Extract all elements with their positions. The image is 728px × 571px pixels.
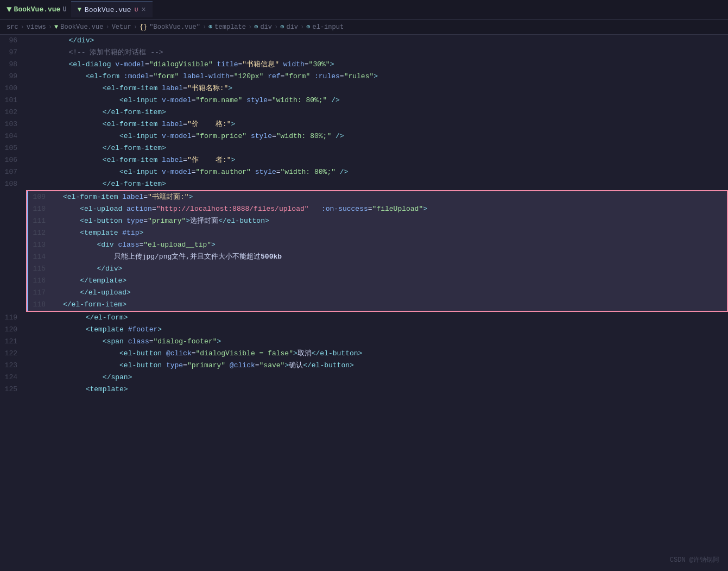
tag-icon-template: ⊕ [208, 23, 212, 31]
table-row: 123 <el-button type="primary" @click="sa… [0, 360, 728, 372]
breadcrumb-vetur[interactable]: Vetur [112, 23, 131, 31]
table-row: 102 </el-form-item> [0, 106, 728, 118]
table-row: 111 <el-button type="primary">选择封面</el-b… [27, 215, 727, 227]
table-row: 119 </el-form> [0, 312, 728, 324]
table-row: 122 <el-button @click="dialogVisible = f… [0, 348, 728, 360]
table-row: 117 </el-upload> [27, 287, 727, 299]
tab-close[interactable]: × [141, 5, 145, 14]
table-row: 124 </span> [0, 372, 728, 384]
vue-file-icon: ▼ [78, 6, 81, 14]
table-row: 109 <el-form-item label="书籍封面:"> [27, 191, 727, 203]
table-row: 101 <el-input v-model="form.name" style=… [0, 95, 728, 106]
code-area[interactable]: 96 </div> 97 <!-- 添加书籍的对话框 --> 98 <el-di… [0, 35, 728, 571]
table-row: 125 <template> [0, 384, 728, 396]
table-row: 113 <div class="el-upload__tip"> [27, 239, 727, 251]
breadcrumb-div1[interactable]: div [260, 23, 272, 31]
table-row: 103 <el-form-item label="价 格:"> [0, 118, 728, 130]
table-row: 112 <template #tip> [27, 227, 727, 239]
file-tab[interactable]: ▼ BookVue.vue U × [71, 2, 153, 17]
title-bar: ▼ BookVue.vue U ▼ BookVue.vue U × [0, 0, 728, 20]
table-row: 106 <el-form-item label="作 者:"> [0, 154, 728, 166]
breadcrumb: src › views › ▼ BookVue.vue › Vetur › {}… [0, 20, 728, 35]
table-row: 108 </el-form-item> [0, 178, 728, 190]
table-row: 99 <el-form :model="form" label-width="1… [0, 71, 728, 83]
highlighted-section: 109 <el-form-item label="书籍封面:"> 110 <el… [26, 190, 728, 312]
table-row: 96 </div> [0, 35, 728, 47]
lines-wrapper: 96 </div> 97 <!-- 添加书籍的对话框 --> 98 <el-di… [0, 35, 728, 396]
table-row: 100 <el-form-item label="书籍名称:"> [0, 83, 728, 95]
breadcrumb-template[interactable]: template [214, 23, 246, 31]
table-row: 118 </el-form-item> [27, 299, 727, 311]
breadcrumb-views[interactable]: views [27, 23, 46, 31]
breadcrumb-src[interactable]: src [7, 23, 18, 31]
table-row: 116 </template> [27, 275, 727, 287]
breadcrumb-file[interactable]: BookVue.vue [60, 23, 103, 31]
breadcrumb-vuefile2[interactable]: "BookVue.vue" [149, 23, 200, 31]
watermark-text: CSDN @许钠锅阿 [670, 556, 719, 564]
table-row: 114 只能上传jpg/png文件,并且文件大小不能超过500kb [27, 251, 727, 263]
modified-indicator: U [62, 6, 66, 14]
table-row: 97 <!-- 添加书籍的对话框 --> [0, 47, 728, 59]
table-row: 110 <el-upload action="http://localhost:… [27, 203, 727, 215]
breadcrumb-div2[interactable]: div [286, 23, 298, 31]
watermark: CSDN @许钠锅阿 [670, 555, 719, 564]
tab-label: BookVue.vue [85, 6, 131, 14]
vue-file-icon-bc: ▼ [54, 23, 58, 31]
table-row: 121 <span class="dialog-footer"> [0, 336, 728, 348]
code-editor: 96 </div> 97 <!-- 添加书籍的对话框 --> 98 <el-di… [0, 35, 728, 571]
app-name: BookVue.vue [14, 5, 61, 14]
tag-icon-div2: ⊕ [280, 23, 284, 31]
breadcrumb-elinput[interactable]: el-input [312, 23, 344, 31]
table-row: 104 <el-input v-model="form.price" style… [0, 130, 728, 142]
tag-icon-input: ⊕ [306, 23, 310, 31]
app-logo: ▼ BookVue.vue U [7, 5, 67, 15]
table-row: 107 <el-input v-model="form.author" styl… [0, 166, 728, 178]
table-row: 98 <el-dialog v-model="dialogVisible" ti… [0, 59, 728, 71]
vue-icon: ▼ [7, 5, 12, 15]
table-row: 115 </div> [27, 263, 727, 275]
table-row: 120 <template #footer> [0, 324, 728, 336]
table-row: 105 </el-form-item> [0, 142, 728, 154]
tab-modified: U [135, 7, 138, 13]
braces-icon: {} [140, 23, 147, 31]
tag-icon-div1: ⊕ [254, 23, 258, 31]
